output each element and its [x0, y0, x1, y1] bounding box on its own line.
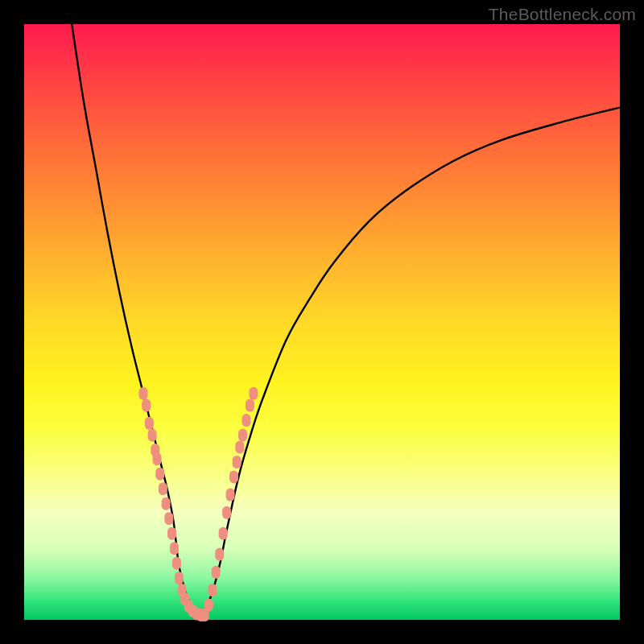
highlight-dot: [164, 512, 173, 525]
highlight-dot: [226, 489, 235, 502]
highlight-dot: [153, 452, 162, 465]
highlight-dot: [242, 414, 251, 427]
plot-area: [24, 24, 620, 620]
highlight-dot: [204, 599, 213, 612]
highlight-dot: [222, 506, 231, 519]
highlight-dot: [145, 417, 154, 430]
highlight-dot: [139, 387, 148, 400]
highlight-dot: [235, 440, 244, 453]
highlight-dot: [229, 470, 238, 483]
highlight-dot: [159, 482, 167, 495]
highlight-dot: [148, 429, 157, 442]
highlight-dot: [208, 584, 217, 597]
highlight-dot: [238, 429, 247, 442]
highlight-dot: [172, 557, 181, 570]
highlight-dot: [175, 572, 184, 584]
highlight-dot: [215, 548, 224, 561]
curve-left-branch: [72, 24, 196, 614]
highlight-dot: [219, 527, 228, 540]
highlight-dot: [155, 468, 164, 481]
highlight-dot: [212, 566, 221, 579]
highlight-dot: [142, 399, 151, 412]
dots-group: [139, 387, 258, 621]
highlight-dot: [167, 527, 176, 540]
curve-group: [72, 24, 620, 614]
chart-svg: [24, 24, 620, 620]
highlight-dot: [233, 456, 242, 469]
chart-frame: TheBottleneck.com: [0, 0, 644, 644]
curve-right-branch: [203, 108, 620, 614]
watermark-label: TheBottleneck.com: [489, 5, 636, 24]
highlight-dot: [246, 399, 254, 412]
highlight-dot: [170, 542, 179, 555]
highlight-dot: [162, 497, 171, 510]
highlight-dot: [249, 387, 258, 400]
